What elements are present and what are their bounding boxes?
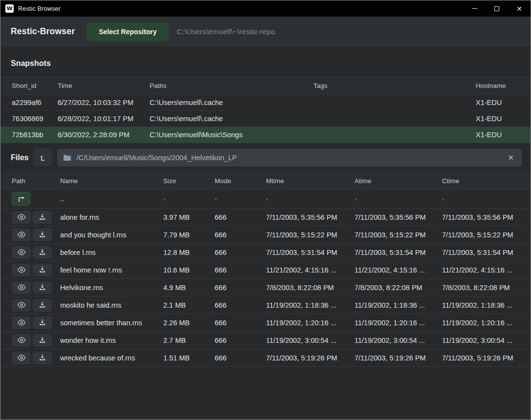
file-row[interactable]: feel home now !.rns 10.6 MB 666 11/21/20… [0, 261, 531, 279]
snapshot-hostname: X1-EDU [476, 99, 519, 106]
file-row[interactable]: sometimes better than.rns 2.26 MB 666 11… [0, 314, 531, 332]
preview-file-button[interactable] [12, 334, 31, 347]
current-path-value: /C/Users/emuell/Music/Songs/2004_Helveti… [76, 154, 501, 162]
toolbar: Restic-Browser Select Repository C:\User… [0, 17, 531, 47]
file-mode: 666 [215, 284, 266, 292]
clear-icon: ✕ [508, 153, 514, 162]
snapshot-paths: C:\Users\emuell\Music\Songs [150, 131, 313, 139]
current-path-field[interactable]: /C/Users/emuell/Music/Songs/2004_Helveti… [57, 149, 522, 167]
download-file-button[interactable] [33, 352, 52, 364]
file-atime: 11/21/2002, 4:15:16 ... [354, 266, 442, 274]
file-mode: 666 [215, 354, 266, 362]
file-ctime: 11/19/2002, 3:00:54 ... [442, 336, 519, 344]
file-row[interactable]: moskito he said.rns 2.1 MB 666 11/19/200… [0, 296, 531, 314]
preview-file-button[interactable] [12, 211, 31, 224]
repository-path: C:\Users\emuell\~\restic-repo [177, 27, 275, 36]
file-name: Helvikone.rns [60, 284, 163, 292]
download-file-button[interactable] [33, 264, 52, 276]
eye-icon [17, 267, 26, 273]
download-file-button[interactable] [33, 229, 52, 241]
file-row[interactable]: Helvikone.rns 4.9 MB 666 7/8/2003, 8:22:… [0, 279, 531, 296]
preview-file-button[interactable] [12, 246, 31, 259]
file-atime: 7/11/2003, 5:35:56 PM [354, 213, 442, 221]
file-row[interactable]: alone for.rns 3.97 MB 666 7/11/2003, 5:3… [0, 209, 531, 226]
maximize-button[interactable] [486, 0, 508, 17]
download-file-button[interactable] [33, 281, 52, 294]
preview-file-button[interactable] [12, 352, 31, 364]
download-file-button[interactable] [33, 316, 52, 329]
file-mode: 666 [215, 266, 266, 274]
preview-file-button[interactable] [12, 299, 31, 312]
preview-file-button[interactable] [12, 264, 31, 276]
file-size: - [163, 195, 215, 203]
snapshot-row[interactable]: 76306869 6/28/2022, 10:01:17 PM C:\Users… [0, 111, 531, 127]
files-heading: Files [11, 153, 28, 162]
eye-icon [17, 214, 26, 220]
file-name: wrecked because of.rns [60, 354, 163, 362]
file-size: 2.26 MB [163, 319, 215, 327]
file-mode: - [215, 195, 266, 203]
file-row[interactable]: wonder how it.rns 2.7 MB 666 11/19/2002,… [0, 332, 531, 349]
titlebar: W Restic Browser ✕ [0, 0, 531, 17]
maximize-icon [494, 6, 499, 11]
preview-file-button[interactable] [12, 229, 31, 241]
file-row[interactable]: wrecked because of.rns 1.51 MB 666 7/11/… [0, 349, 531, 367]
file-size: 2.1 MB [163, 301, 215, 309]
file-size: 3.97 MB [163, 213, 215, 221]
snapshot-short-id: 76306869 [12, 115, 58, 123]
close-button[interactable]: ✕ [508, 0, 531, 17]
file-atime: 11/19/2002, 1:18:36 ... [354, 301, 442, 309]
file-ctime: 7/11/2003, 5:35:56 PM [442, 213, 519, 221]
download-file-button[interactable] [33, 299, 52, 312]
file-row[interactable]: before l.rns 12.8 MB 666 7/11/2003, 5:31… [0, 244, 531, 261]
file-name: .. [60, 195, 163, 203]
file-mtime: 7/11/2003, 5:15:22 PM [266, 231, 354, 239]
file-mtime: - [266, 195, 354, 203]
col-hostname: Hostname [476, 82, 519, 89]
minimize-button[interactable] [463, 0, 486, 17]
files-table-header: Path Name Size Mode Mtime Atime Ctime [0, 172, 531, 189]
file-mtime: 7/11/2003, 5:19:26 PM [266, 354, 354, 362]
download-icon [39, 336, 46, 344]
clear-path-button[interactable]: ✕ [506, 153, 516, 162]
preview-file-button[interactable] [12, 281, 31, 294]
file-size: 1.51 MB [163, 354, 215, 362]
file-mtime: 11/21/2002, 4:15:16 ... [266, 266, 354, 274]
snapshot-short-id: a2299af6 [12, 99, 58, 106]
file-name: and you thought l.rns [60, 231, 163, 239]
eye-icon [17, 302, 26, 308]
file-row[interactable]: and you thought l.rns 7.79 MB 666 7/11/2… [0, 226, 531, 244]
file-mtime: 11/19/2002, 3:00:54 ... [266, 336, 354, 344]
snapshot-row[interactable]: a2299af6 6/27/2022, 10:03:32 PM C:\Users… [0, 95, 531, 111]
file-mtime: 7/8/2003, 8:22:08 PM [266, 284, 354, 292]
file-atime: - [354, 195, 442, 203]
parent-directory-row[interactable]: .. - - - - - [0, 189, 531, 209]
close-icon: ✕ [516, 5, 522, 12]
file-mode: 666 [215, 336, 266, 344]
file-ctime: 11/19/2002, 1:20:16 ... [442, 319, 519, 327]
col-mode: Mode [215, 177, 266, 185]
eye-icon [17, 355, 26, 361]
dump-snapshot-button[interactable] [33, 148, 52, 167]
window-title: Restic Browser [18, 5, 61, 12]
app-logo-icon: W [5, 4, 14, 13]
files-table-body: alone for.rns 3.97 MB 666 7/11/2003, 5:3… [0, 209, 531, 367]
select-repository-button[interactable]: Select Repository [87, 22, 169, 41]
file-name: moskito he said.rns [60, 301, 163, 309]
snapshot-row-selected[interactable]: 72b813bb 6/30/2022, 2:28:09 PM C:\Users\… [0, 127, 531, 143]
download-file-button[interactable] [33, 246, 52, 259]
col-size: Size [163, 177, 215, 185]
download-icon [39, 301, 46, 309]
level-up-icon [39, 154, 47, 162]
preview-file-button[interactable] [12, 316, 31, 329]
go-up-button[interactable] [12, 192, 30, 206]
minimize-icon [472, 8, 477, 9]
download-file-button[interactable] [33, 211, 52, 224]
download-icon [39, 354, 46, 361]
file-ctime: 11/19/2002, 1:18:36 ... [442, 301, 519, 309]
folder-icon [63, 154, 71, 161]
file-size: 12.8 MB [163, 249, 215, 256]
download-icon [39, 213, 46, 221]
download-file-button[interactable] [33, 334, 52, 347]
file-ctime: 7/11/2003, 5:31:54 PM [442, 249, 519, 256]
